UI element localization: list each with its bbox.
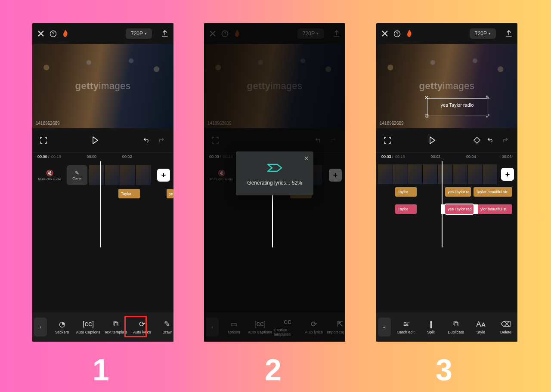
time-ruler: 00:00 / 00:16 00:00 00:02 bbox=[32, 152, 173, 161]
help-icon[interactable]: ? bbox=[393, 30, 401, 37]
video-preview[interactable]: gettyimages 1418962609 ✕ ✎ ⧉ ⤢ yes Taylo… bbox=[376, 44, 517, 128]
add-clip-button[interactable]: + bbox=[157, 169, 170, 182]
lyric-clip-selected[interactable]: yes Taylor rad bbox=[445, 204, 474, 214]
tool-split[interactable]: ∥Split bbox=[418, 320, 443, 334]
clip-trim-handle-right[interactable] bbox=[474, 204, 478, 214]
redo-icon[interactable] bbox=[502, 137, 510, 144]
video-preview[interactable]: gettyimages 1418962609 bbox=[32, 44, 173, 128]
phone-screen-3: ? 720P▾ gettyimages 1418962609 ✕ ✎ ⧉ ⤢ y… bbox=[376, 23, 517, 342]
style-icon: Aᴀ bbox=[476, 320, 485, 328]
keyframe-icon[interactable] bbox=[474, 137, 480, 144]
tool-draw[interactable]: ✎Draw bbox=[155, 320, 172, 334]
modal-close-icon[interactable]: ✕ bbox=[304, 155, 309, 162]
watermark-id: 1418962609 bbox=[36, 121, 60, 126]
close-icon[interactable] bbox=[381, 30, 388, 37]
toolbar-back-button[interactable]: ‹ bbox=[34, 318, 47, 336]
caption-selection[interactable]: ✕ ✎ ⧉ ⤢ yes Taylor radio bbox=[427, 98, 487, 115]
time-ruler: 00:03 / 00:16 00:02 00:04 00:06 bbox=[376, 152, 517, 161]
play-icon[interactable] bbox=[429, 136, 436, 144]
tool-duplicate[interactable]: ⧉Duplicate bbox=[443, 320, 468, 334]
lyric-clip[interactable]: ylor beautiful st bbox=[478, 204, 512, 214]
caption-edit-handle[interactable]: ✎ bbox=[484, 94, 491, 101]
draw-icon: ✎ bbox=[164, 320, 170, 328]
tool-auto-lyrics: ⟳Auto lyrics bbox=[301, 318, 326, 336]
playhead[interactable] bbox=[100, 161, 101, 247]
duplicate-icon: ⧉ bbox=[453, 320, 458, 328]
svg-text:?: ? bbox=[396, 31, 399, 36]
clip-trim-handle-left[interactable] bbox=[441, 204, 445, 214]
resolution-selector: 720P▾ bbox=[297, 28, 324, 39]
bottom-toolbar: ‹ ▭aptions [cc]Auto Captions ccCaption t… bbox=[204, 312, 345, 342]
tool-stickers[interactable]: ◔Stickers bbox=[50, 320, 74, 334]
tool-text-template[interactable]: ⧉Text template bbox=[102, 320, 130, 334]
redo-icon bbox=[330, 137, 337, 143]
phone-screen-1: ? 720P ▾ gettyimages 1418962609 bbox=[32, 23, 173, 342]
add-clip-button[interactable]: + bbox=[501, 168, 514, 181]
caption-clip[interactable]: yes Taylor ra bbox=[445, 187, 471, 197]
resolution-label: 720P bbox=[131, 31, 143, 37]
video-preview: gettyimages 1418962609 bbox=[204, 44, 345, 128]
caption-track-b[interactable]: Taylor yes Taylor rad ylor beautiful st bbox=[376, 204, 517, 216]
split-icon: ∥ bbox=[429, 320, 433, 328]
tool-caption-templates: ccCaption templates bbox=[274, 318, 301, 336]
resolution-selector[interactable]: 720P▾ bbox=[470, 28, 496, 39]
tool-batch-edit[interactable]: ≋Batch edit bbox=[393, 320, 418, 334]
fullscreen-icon[interactable] bbox=[40, 137, 47, 144]
top-bar: ? 720P▾ bbox=[204, 23, 345, 44]
timeline[interactable]: + Taylor yes Taylor ra Taylor beautiful … bbox=[376, 161, 517, 247]
export-icon[interactable] bbox=[505, 30, 512, 37]
mute-clip-audio: 🔇Mute clip audio bbox=[204, 170, 238, 181]
phone-screen-2: ? 720P▾ gettyimages 1418962609 00:00 / 0… bbox=[204, 23, 345, 342]
caption-clip[interactable]: Taylor bbox=[118, 189, 140, 198]
step-number-3: 3 bbox=[436, 353, 452, 387]
cover-button[interactable]: ✎ Cover bbox=[67, 165, 87, 185]
tool-import-captions: ⇱Import captions bbox=[326, 318, 344, 336]
flame-icon[interactable] bbox=[62, 30, 69, 37]
caption-delete-handle[interactable]: ✕ bbox=[423, 94, 430, 101]
tool-captions: ▭aptions bbox=[221, 318, 246, 336]
step-number-2: 2 bbox=[265, 353, 281, 387]
caption-track-a[interactable]: Taylor yes Taylor ra Taylor beautiful st… bbox=[376, 187, 517, 198]
speaker-icon: 🔇 bbox=[32, 170, 67, 176]
mute-clip-audio[interactable]: 🔇 Mute clip audio bbox=[32, 170, 67, 181]
close-icon[interactable] bbox=[37, 30, 44, 37]
caption-clip[interactable]: Taylor bbox=[395, 187, 417, 197]
help-icon[interactable]: ? bbox=[50, 30, 57, 37]
export-icon[interactable] bbox=[161, 30, 168, 37]
undo-icon[interactable] bbox=[487, 137, 495, 144]
auto-lyrics-icon: ⟳ bbox=[139, 320, 145, 328]
lyric-clip[interactable]: Taylor bbox=[395, 204, 417, 214]
bottom-toolbar: ‹ ◔Stickers [cc]Auto Captions ⧉Text temp… bbox=[32, 312, 173, 342]
add-clip-button: + bbox=[329, 169, 342, 182]
app-logo-icon bbox=[266, 163, 283, 173]
tool-auto-captions[interactable]: [cc]Auto Captions bbox=[74, 320, 102, 334]
watermark-id: 1418962609 bbox=[207, 121, 232, 126]
svg-text:?: ? bbox=[224, 31, 226, 36]
close-icon bbox=[209, 30, 216, 37]
export-icon bbox=[333, 30, 340, 37]
caption-clip[interactable]: ye bbox=[167, 189, 173, 198]
text-template-icon: ⧉ bbox=[113, 320, 118, 328]
video-track[interactable] bbox=[89, 165, 154, 185]
video-track[interactable] bbox=[378, 164, 498, 184]
caption-copy-handle[interactable]: ⧉ bbox=[423, 112, 430, 119]
caption-resize-handle[interactable]: ⤢ bbox=[484, 112, 491, 119]
timeline[interactable]: 🔇 Mute clip audio ✎ Cover + Taylor ye bbox=[32, 161, 173, 247]
undo-icon[interactable] bbox=[143, 137, 151, 143]
fullscreen-icon[interactable] bbox=[384, 137, 391, 144]
top-bar: ? 720P▾ bbox=[376, 23, 517, 44]
batch-edit-icon: ≋ bbox=[403, 320, 409, 328]
auto-captions-icon: [cc] bbox=[83, 320, 94, 328]
caption-clip[interactable]: Taylor beautiful str bbox=[474, 187, 512, 197]
tool-style[interactable]: AᴀStyle bbox=[468, 320, 493, 334]
tool-auto-lyrics[interactable]: ⟳Auto lyrics bbox=[130, 320, 155, 334]
tool-delete[interactable]: ⌫Delete bbox=[493, 320, 516, 334]
toolbar-back-button[interactable]: « bbox=[378, 318, 391, 336]
flame-icon[interactable] bbox=[406, 30, 413, 37]
resolution-selector[interactable]: 720P ▾ bbox=[126, 28, 152, 39]
watermark-id: 1418962609 bbox=[380, 121, 404, 126]
flame-icon bbox=[234, 30, 241, 37]
redo-icon[interactable] bbox=[158, 137, 166, 143]
caption-track[interactable]: Taylor ye bbox=[32, 189, 173, 200]
play-icon[interactable] bbox=[92, 136, 99, 144]
